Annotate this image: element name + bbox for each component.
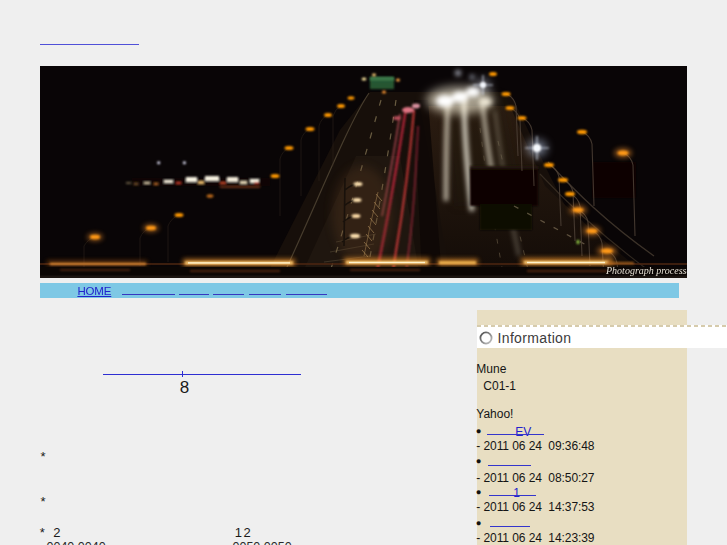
svg-text:Photograph processe: Photograph processe bbox=[605, 265, 687, 276]
